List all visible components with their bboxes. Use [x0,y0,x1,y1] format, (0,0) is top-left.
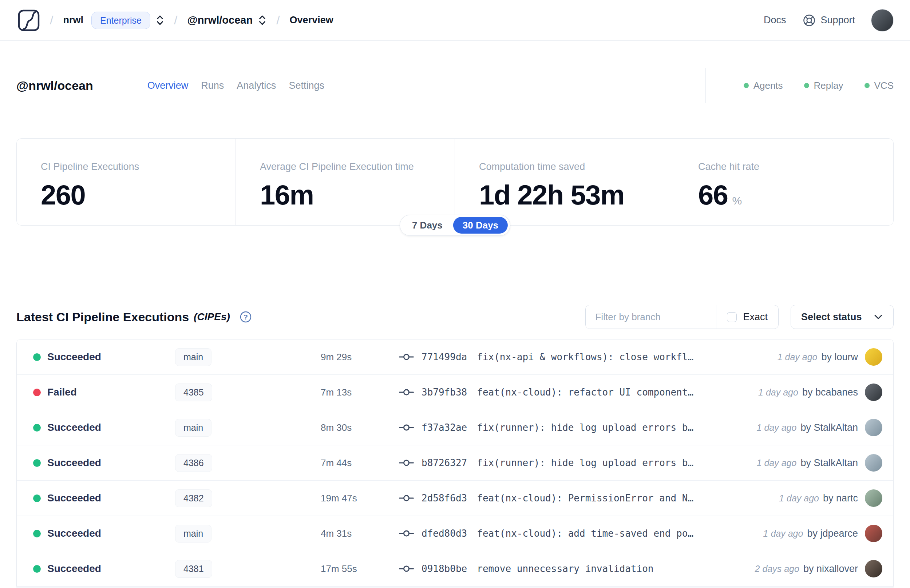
git-commit-icon [399,494,414,502]
commit-author: by nartc [823,493,858,504]
range-option-7-days[interactable]: 7 Days [402,217,453,234]
branch-filter-input[interactable] [586,305,716,329]
branch-badge[interactable]: 4381 [175,560,212,578]
status-cell: Failed [33,386,175,398]
commit-hash[interactable]: 771499da [422,352,467,362]
status-dot-icon [33,424,41,431]
branch-badge[interactable]: 4386 [175,454,212,472]
tab-runs[interactable]: Runs [201,80,224,91]
workspace-tabs: Overview Runs Analytics Settings [147,80,324,91]
workspace-title: @nrwl/ocean [16,79,93,93]
status-cell: Succeeded [33,457,175,468]
duration: 19m 47s [321,493,399,504]
branch-filter-group: Exact [585,305,779,329]
branch-badge[interactable]: 4385 [175,383,212,401]
status-label: Succeeded [47,351,101,363]
status-label: Failed [47,386,77,398]
commit-cell: 2d58f6d3 feat(nx-cloud): PermissionError… [399,493,770,504]
time-ago: 1 day ago [777,352,818,362]
commit-hash[interactable]: f37a32ae [422,422,467,433]
branch-badge[interactable]: main [175,348,212,366]
cipe-row[interactable]: Succeeded 4382 19m 47s 2d58f6d3 feat(nx-… [17,481,893,516]
commit-cell: b8726327 fix(runner): hide log upload er… [399,457,748,468]
breadcrumb-org[interactable]: nrwl [63,15,83,26]
tab-overview[interactable]: Overview [147,80,189,91]
integration-agents[interactable]: Agents [744,80,783,91]
meta-cell: 1 day ago by nartc [779,489,883,507]
branch-badge[interactable]: main [175,525,212,543]
cipe-row[interactable]: Succeeded main 8m 30s f37a32ae fix(runne… [17,410,893,445]
cipe-row[interactable]: Failed 4385 7m 13s 3b79fb38 feat(nx-clou… [17,375,893,410]
time-ago: 2 days ago [755,564,799,574]
support-link[interactable]: Support [803,14,855,27]
range-option-30-days[interactable]: 30 Days [453,217,508,234]
workspace-switcher-icon[interactable] [258,14,267,26]
tab-analytics[interactable]: Analytics [237,80,276,91]
branch-badge[interactable]: 4382 [175,489,212,507]
exact-label: Exact [743,312,768,323]
nx-cloud-dashboard: / nrwl Enterprise / @nrwl/ocean / Overvi… [0,0,910,588]
org-switcher-icon[interactable] [156,14,164,26]
exact-checkbox[interactable] [727,312,737,322]
branch-cell: 4385 [175,383,321,401]
branch-cell: 4381 [175,560,321,578]
commit-hash[interactable]: b8726327 [422,457,467,468]
author-avatar [865,489,883,507]
commit-author: by bcabanes [802,387,858,398]
status-dot-icon [744,83,749,88]
commit-hash[interactable]: 2d58f6d3 [422,493,467,504]
status-dot-icon [33,389,41,396]
commit-hash[interactable]: 0918b0be [422,563,467,574]
stats-cards: CI Pipeline Executions 260 Average CI Pi… [16,138,894,226]
commit-hash[interactable]: 3b79fb38 [422,387,467,398]
integration-replay[interactable]: Replay [804,80,844,91]
commit-message: feat(nx-cloud): add time-saved end po… [477,528,693,539]
help-icon[interactable]: ? [239,311,252,323]
status-cell: Succeeded [33,563,175,575]
user-avatar[interactable] [871,9,894,32]
status-dot-icon [865,83,870,88]
cipe-section-header: Latest CI Pipeline Executions (CIPEs) ? … [0,305,910,329]
status-label: Succeeded [47,457,101,468]
status-cell: Succeeded [33,528,175,539]
branch-badge[interactable]: main [175,419,212,437]
status-label: Succeeded [47,492,101,504]
git-commit-icon [399,459,414,467]
git-commit-icon [399,565,414,573]
status-dot-icon [33,565,41,573]
branch-cell: 4386 [175,454,321,472]
docs-link[interactable]: Docs [764,15,786,26]
git-commit-icon [399,530,414,538]
integration-vcs[interactable]: VCS [865,80,894,91]
cipe-row[interactable]: Succeeded main 4m 31s dfed80d3 feat(nx-c… [17,516,893,551]
status-dot-icon [33,494,41,502]
tab-settings[interactable]: Settings [289,80,324,91]
status-label: Succeeded [47,422,101,433]
commit-message: fix(nx-api & workflows): close workfl… [477,352,693,362]
nx-cloud-logo-icon[interactable] [18,9,40,32]
duration: 7m 44s [321,457,399,468]
divider [705,68,706,103]
cipe-row[interactable]: Succeeded 4381 17m 55s 0918b0be remove u… [17,551,893,586]
svg-text:?: ? [244,313,248,321]
commit-hash[interactable]: dfed80d3 [422,528,467,539]
author-avatar [865,525,883,542]
cipe-row[interactable]: Succeeded 4386 7m 44s b8726327 fix(runne… [17,445,893,481]
status-select[interactable]: Select status [790,305,894,329]
commit-cell: 771499da fix(nx-api & workflows): close … [399,352,769,362]
cipe-table: Succeeded main 9m 29s 771499da fix(nx-ap… [16,339,894,586]
commit-cell: 0918b0be remove unnecessary invalidation [399,563,746,574]
breadcrumb-page: Overview [290,15,333,26]
commit-message: feat(nx-cloud): PermissionError and N… [477,493,693,504]
workspace-header: @nrwl/ocean Overview Runs Analytics Sett… [0,73,910,98]
commit-author: by jdpearce [807,528,858,539]
git-commit-icon [399,423,414,431]
status-label: Succeeded [47,563,101,575]
breadcrumb-workspace[interactable]: @nrwl/ocean [187,14,253,26]
git-commit-icon [399,388,414,396]
stat-suffix: % [732,195,742,207]
cipe-row[interactable]: Succeeded main 9m 29s 771499da fix(nx-ap… [17,339,893,375]
meta-cell: 1 day ago by jdpearce [763,525,883,542]
duration: 8m 30s [321,422,399,433]
stat-card-average-execution-time: Average CI Pipeline Execution time 16m [236,139,455,225]
